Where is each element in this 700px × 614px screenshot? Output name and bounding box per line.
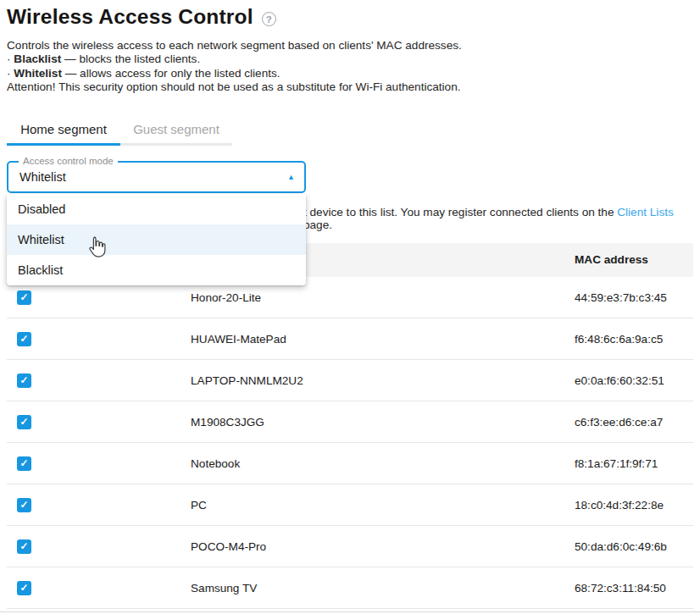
description-line-1: Controls the wireless access to each net… <box>7 39 462 53</box>
table-row: ✓ Samsung TV 68:72:c3:11:84:50 <box>7 567 693 609</box>
table-row: ✓ PC 18:c0:4d:3f:22:8e <box>7 484 693 526</box>
table-row: ✓ LAPTOP-NNMLM2U2 e0:0a:f6:60:32:51 <box>7 360 693 401</box>
page-description: Controls the wireless access to each net… <box>7 39 462 95</box>
mac-address-cell: c6:f3:ee:d6:ce:a7 <box>575 401 663 443</box>
title-row: Wireless Access Control ? <box>7 5 276 29</box>
access-control-mode-select[interactable]: Access control mode Whitelist ▲ <box>7 161 306 193</box>
page-title: Wireless Access Control <box>7 5 253 29</box>
chevron-up-icon: ▲ <box>287 163 295 192</box>
wireless-access-control-page: Wireless Access Control ? Controls the w… <box>7 0 693 614</box>
option-whitelist[interactable]: Whitelist <box>7 224 306 255</box>
client-lists-link[interactable]: Client Lists <box>617 206 673 218</box>
mac-address-cell: f8:1a:67:1f:9f:71 <box>575 443 658 484</box>
checkmark-icon: ✓ <box>19 290 28 305</box>
row-checkbox[interactable]: ✓ <box>17 373 31 388</box>
mac-address-cell: 44:59:e3:7b:c3:45 <box>575 277 667 318</box>
table-row: ✓ Notebook f8:1a:67:1f:9f:71 <box>7 443 693 484</box>
device-name-cell: Samsung TV <box>191 567 257 609</box>
row-checkbox[interactable]: ✓ <box>17 539 31 554</box>
note-text-end: page. <box>303 218 332 231</box>
checkmark-icon: ✓ <box>19 456 28 471</box>
device-name-cell: PC <box>191 484 207 526</box>
option-blacklist[interactable]: Blacklist <box>7 255 306 285</box>
description-attention: Attention! This security option should n… <box>7 80 462 94</box>
description-bullet-whitelist: · Whitelist — allows access for only the… <box>7 67 462 80</box>
row-checkbox[interactable]: ✓ <box>17 498 31 512</box>
register-clients-note: t device to this list. You may register … <box>303 206 693 231</box>
mac-address-column-header: MAC address <box>575 243 648 277</box>
bottom-divider <box>0 611 700 612</box>
device-name-cell: HUAWEI-MatePad <box>191 318 286 360</box>
table-row: ✓ HUAWEI-MatePad f6:48:6c:6a:9a:c5 <box>7 318 693 360</box>
mac-address-cell: e0:0a:f6:60:32:51 <box>575 360 664 401</box>
mac-address-cell: 50:da:d6:0c:49:6b <box>575 526 667 567</box>
checkmark-icon: ✓ <box>19 373 28 388</box>
mac-address-cell: f6:48:6c:6a:9a:c5 <box>575 318 663 360</box>
tab-guest-segment[interactable]: Guest segment <box>120 119 232 146</box>
mac-address-cell: 68:72:c3:11:84:50 <box>575 567 666 609</box>
row-checkbox[interactable]: ✓ <box>17 415 31 429</box>
row-checkbox[interactable]: ✓ <box>17 581 31 595</box>
segment-tabs: Home segment Guest segment <box>7 119 232 146</box>
tab-home-segment[interactable]: Home segment <box>7 119 120 146</box>
device-name-cell: M1908C3JGG <box>191 401 264 443</box>
checkmark-icon: ✓ <box>19 498 28 512</box>
row-checkbox[interactable]: ✓ <box>17 456 31 471</box>
checkmark-icon: ✓ <box>19 415 28 429</box>
option-disabled[interactable]: Disabled <box>7 194 306 224</box>
access-control-mode-dropdown: Disabled Whitelist Blacklist <box>7 194 306 285</box>
tab-guest-segment-label: Guest segment <box>120 119 232 136</box>
device-name-cell: Notebook <box>191 443 240 484</box>
table-row: ✓ M1908C3JGG c6:f3:ee:d6:ce:a7 <box>7 401 693 443</box>
row-checkbox[interactable]: ✓ <box>17 290 31 305</box>
checkmark-icon: ✓ <box>19 539 28 554</box>
table-row: ✓ POCO-M4-Pro 50:da:d6:0c:49:6b <box>7 526 693 567</box>
checkmark-icon: ✓ <box>19 332 28 346</box>
checkmark-icon: ✓ <box>19 581 28 595</box>
help-icon[interactable]: ? <box>262 12 276 26</box>
mac-address-cell: 18:c0:4d:3f:22:8e <box>575 484 664 526</box>
device-name-cell: LAPTOP-NNMLM2U2 <box>191 360 303 401</box>
device-name-cell: POCO-M4-Pro <box>191 526 266 567</box>
description-bullet-blacklist: · Blacklist — blocks the listed clients. <box>7 53 462 66</box>
row-checkbox[interactable]: ✓ <box>17 332 31 346</box>
access-control-mode-value: Whitelist <box>19 163 66 192</box>
tab-home-segment-label: Home segment <box>7 119 120 136</box>
note-text-start: t device to this list. You may register … <box>303 206 617 218</box>
clients-table: MAC address ✓ Honor-20-Lite 44:59:e3:7b:… <box>7 243 693 609</box>
